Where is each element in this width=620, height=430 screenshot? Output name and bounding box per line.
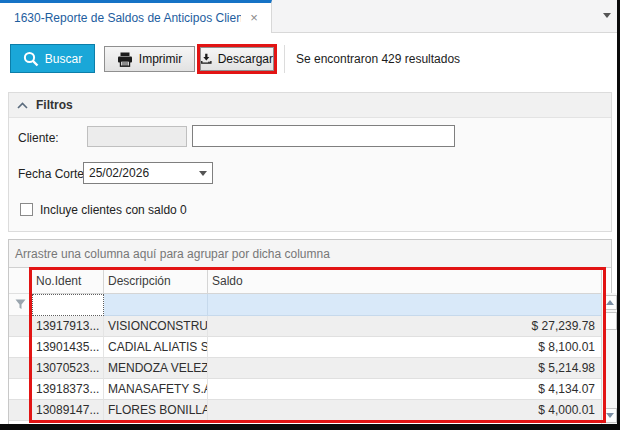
filter-cell-noident[interactable] — [32, 294, 104, 316]
cliente-label: Cliente: — [18, 131, 59, 145]
cliente-code-field — [87, 126, 187, 147]
download-icon — [201, 52, 212, 66]
imprimir-label: Imprimir — [139, 52, 182, 66]
cell-descripcion[interactable]: MANASAFETY S.A. — [104, 379, 208, 400]
column-header-descripcion[interactable]: Descripción — [104, 268, 208, 294]
cell-saldo[interactable]: $ 4,134.07 — [208, 379, 602, 400]
results-count-text: Se encontraron 429 resultados — [296, 52, 460, 66]
cell-saldo[interactable]: $ 27,239.78 — [208, 316, 602, 337]
cell-descripcion[interactable]: FLORES BONILLA ... — [104, 400, 208, 421]
cell-saldo[interactable]: $ 8,100.01 — [208, 337, 602, 358]
arrow-down-icon — [606, 413, 614, 418]
filter-row-indicator[interactable] — [9, 294, 32, 316]
row-indicator — [9, 316, 32, 337]
window-bottom-edge — [0, 424, 620, 430]
tab-close-icon[interactable]: × — [247, 11, 261, 25]
cell-descripcion[interactable]: CADIAL ALIATIS S.A — [104, 337, 208, 358]
filter-cell-descripcion[interactable] — [104, 294, 208, 316]
imprimir-button[interactable]: Imprimir — [104, 46, 195, 72]
scrollbar-thumb[interactable] — [603, 312, 617, 330]
filter-cell-saldo[interactable] — [208, 294, 602, 316]
cell-saldo[interactable]: $ 4,000.01 — [208, 400, 602, 421]
tab-strip: 1630-Reporte de Saldos de Anticipos Clie… — [0, 0, 617, 33]
scroll-up-button[interactable] — [603, 295, 617, 310]
fecha-corte-label: Fecha Corte: — [18, 167, 87, 181]
cell-noident[interactable]: 13901435... — [32, 337, 104, 358]
grid-vertical-scrollbar[interactable] — [601, 293, 617, 430]
fecha-corte-dropdown[interactable]: 25/02/2026 — [83, 162, 213, 184]
group-by-panel[interactable]: Arrastre una columna aquí para agrupar p… — [9, 240, 611, 268]
row-indicator — [9, 379, 32, 400]
descargar-highlight-box: Descargar — [197, 44, 277, 74]
scroll-down-button[interactable] — [603, 408, 617, 423]
cell-descripcion[interactable]: VISIONCONSTRUC... — [104, 316, 208, 337]
buscar-label: Buscar — [45, 52, 82, 66]
chevron-down-icon — [199, 171, 207, 176]
tab-reporte-saldos[interactable]: 1630-Reporte de Saldos de Anticipos Clie… — [0, 0, 272, 33]
buscar-button[interactable]: Buscar — [10, 44, 95, 73]
row-indicator-header — [9, 268, 32, 294]
cell-noident[interactable]: 13917913... — [32, 316, 104, 337]
cliente-name-input[interactable] — [192, 125, 455, 147]
tab-list-icon[interactable] — [603, 13, 611, 18]
column-header-noident[interactable]: No.Ident — [32, 268, 104, 294]
filter-funnel-icon — [15, 299, 26, 310]
row-indicator — [9, 358, 32, 379]
descargar-label: Descargar — [218, 52, 273, 66]
fecha-corte-value: 25/02/2026 — [89, 166, 199, 180]
cell-saldo[interactable]: $ 5,214.98 — [208, 358, 602, 379]
descargar-button[interactable]: Descargar — [200, 47, 274, 71]
cell-noident[interactable]: 13918373... — [32, 379, 104, 400]
cell-noident[interactable]: 13089147... — [32, 400, 104, 421]
cell-descripcion[interactable]: MENDOZA VELEZ J... — [104, 358, 208, 379]
saldo-cero-checkbox[interactable] — [20, 203, 33, 216]
arrow-up-icon — [606, 300, 614, 305]
filters-title: Filtros — [36, 98, 73, 112]
toolbar-separator — [284, 45, 285, 73]
row-indicator — [9, 337, 32, 358]
printer-icon — [117, 52, 133, 67]
column-header-saldo[interactable]: Saldo — [208, 268, 602, 294]
collapse-chevron-icon — [17, 102, 28, 109]
search-icon — [23, 51, 39, 67]
tab-title: 1630-Reporte de Saldos de Anticipos Clie… — [14, 11, 241, 25]
results-grid: Arrastre una columna aquí para agrupar p… — [8, 239, 612, 430]
row-indicator — [9, 400, 32, 421]
cell-noident[interactable]: 13070523... — [32, 358, 104, 379]
filters-header[interactable]: Filtros — [9, 93, 611, 118]
saldo-cero-checkbox-label: Incluye clientes con saldo 0 — [40, 203, 187, 217]
